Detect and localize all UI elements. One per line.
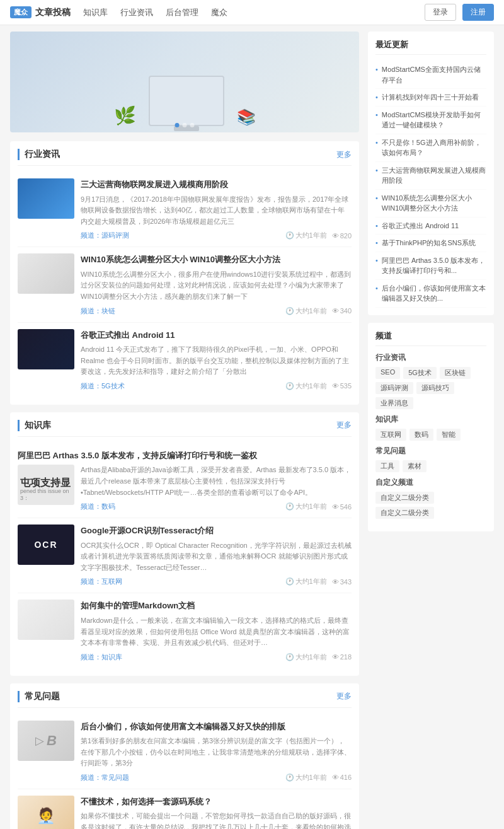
channel-tag-seo[interactable]: SEO xyxy=(375,367,400,379)
knowledge-title-3[interactable]: 如何集中的管理Markdown文档 xyxy=(81,600,352,612)
industry-news-more[interactable]: 更多 xyxy=(336,149,352,160)
knowledge-time-2: 🕐 大约1年前 xyxy=(285,577,327,586)
faq-title-2[interactable]: 不懂技术，如何选择一套源码系统？ xyxy=(81,796,352,808)
recent-item-6[interactable]: •WIN10系统怎么调整分区大小 WIN10调整分区大小方法 xyxy=(375,190,486,217)
article-desc-3: Android 11 今天正式发布了，推下了我期待很久的Pixel手机，一加、小… xyxy=(81,344,352,378)
channel-tag-skills[interactable]: 源码技巧 xyxy=(416,382,454,394)
knowledge-featured-tag[interactable]: 频道：数码 xyxy=(81,502,115,511)
knowledge-featured-views: 👁 546 xyxy=(332,502,352,511)
faq-title-1[interactable]: 后台小偷们，你该如何使用富文本编辑器又好又快的排版 xyxy=(81,721,352,733)
sidebar: 最近更新 •ModStartCMS全面支持国内云储存平台 •计算机找到对年四十三… xyxy=(368,32,494,829)
nav-item-admin[interactable]: 后台管理 xyxy=(166,7,198,18)
channel-industry: 行业资讯 SEO 5G技术 区块链 源码评测 源码技巧 业界消息 xyxy=(375,352,486,409)
channel-tag-custom1[interactable]: 自定义二级分类 xyxy=(375,492,434,504)
recent-item-1[interactable]: •ModStartCMS全面支持国内云储存平台 xyxy=(375,61,486,89)
knowledge-featured-thumb: 屯项支持显 pened this issue on 3： xyxy=(18,465,74,505)
bullet-7: • xyxy=(375,221,378,231)
article-body-2: WIN10系统怎么调整分区大小 WIN10调整分区大小方法 WIN10系统怎么调… xyxy=(81,253,352,315)
recent-item-9[interactable]: •阿里巴巴 Arthas 3.5.0 版本发布，支持反编译打印行号和... xyxy=(375,252,486,280)
recent-item-8[interactable]: •基于ThinkPHP的知名SNS系统 xyxy=(375,235,486,252)
login-button[interactable]: 登录 xyxy=(425,4,456,21)
channel-custom: 自定义频道 自定义二级分类 自定义二级分类 xyxy=(375,477,486,519)
knowledge-featured-title[interactable]: 阿里巴巴 Arthas 3.5.0 版本发布，支持反编译打印行号和统一鉴权 xyxy=(18,449,352,462)
knowledge-views-3: 👁 218 xyxy=(332,652,352,662)
industry-news-header: 行业资讯 更多 xyxy=(18,149,352,166)
article-body-1: 三大运营商物联网发展进入规模商用阶段 9月17日消息，《2017-2018年中国… xyxy=(81,178,352,240)
article-tag-2[interactable]: 频道：块链 xyxy=(81,306,115,316)
nav-item-knowledge[interactable]: 知识库 xyxy=(83,7,108,18)
monitor-icon xyxy=(149,76,224,126)
meta-info-3: 🕐 大约1年前 👁 535 xyxy=(285,381,352,391)
knowledge-featured-metainfo: 🕐 大约1年前 👁 546 xyxy=(285,502,352,511)
bullet-5: • xyxy=(375,165,378,186)
channel-tag-review[interactable]: 源码评测 xyxy=(375,382,413,394)
bullet-1: • xyxy=(375,64,378,85)
article-thumb-2 xyxy=(18,253,74,294)
register-button[interactable]: 注册 xyxy=(462,4,494,21)
channel-tag-custom2[interactable]: 自定义二级分类 xyxy=(375,507,434,519)
channel-industry-name: 行业资讯 xyxy=(375,352,486,363)
banner-image: 🌿 📚 xyxy=(10,32,359,132)
nav-item-industry[interactable]: 行业资讯 xyxy=(120,7,153,18)
knowledge-title: 知识库 xyxy=(18,420,51,431)
knowledge-meta-3: 频道：知识库 🕐 大约1年前 👁 218 xyxy=(81,652,352,662)
channel-tag-ai[interactable]: 智能 xyxy=(437,429,461,441)
knowledge-desc-3: Markdown是什么，一般来说，在富文本编辑输入一段文本，选择格式的格式后，最… xyxy=(81,615,352,649)
dot-1[interactable] xyxy=(175,123,180,127)
article-title-3[interactable]: 谷歌正式推出 Android 11 xyxy=(81,329,352,342)
knowledge-body-2: Google开源OCR识别Tesseract介绍 OCR其实什么OCR，即 Op… xyxy=(81,525,352,586)
nav-item-mozong[interactable]: 魔众 xyxy=(211,7,227,18)
article-views-3: 👁 535 xyxy=(332,381,352,391)
header-right: 登录 注册 xyxy=(425,4,494,21)
knowledge-views-2: 👁 343 xyxy=(332,577,352,586)
recent-item-5[interactable]: •三大运营商物联网发展进入规模商用阶段 xyxy=(375,162,486,190)
article-thumb-1 xyxy=(18,178,74,219)
recent-item-4[interactable]: •不只是你！5G进入商用补前阶，该如何布局？ xyxy=(375,134,486,162)
knowledge-featured: 阿里巴巴 Arthas 3.5.0 版本发布，支持反编译打印行号和统一鉴权 屯项… xyxy=(18,443,352,518)
faq-more[interactable]: 更多 xyxy=(336,691,352,702)
recent-item-7[interactable]: •谷歌正式推出 Android 11 xyxy=(375,217,486,235)
knowledge-tag-2[interactable]: 频道：互联网 xyxy=(81,577,122,586)
dot-3[interactable] xyxy=(190,123,195,127)
books-icon: 📚 xyxy=(237,108,256,126)
logo-badge: 魔众 xyxy=(10,6,32,18)
faq-title: 常见问题 xyxy=(18,691,60,702)
recent-item-3[interactable]: •ModStartCMS模块开发助手如何通过一键创建模块？ xyxy=(375,107,486,134)
faq-time-1: 🕐 大约1年前 xyxy=(285,773,327,782)
channel-tag-tools[interactable]: 工具 xyxy=(375,460,399,472)
article-tag-1[interactable]: 频道：源码评测 xyxy=(81,231,129,240)
channel-tag-digital[interactable]: 数码 xyxy=(410,429,433,441)
recent-item-10[interactable]: •后台小编们，你该如何使用富文本编辑器又好又快的... xyxy=(375,280,486,308)
channel-faq: 常见问题 工具 素材 xyxy=(375,446,486,472)
main-content: 🌿 📚 行业资讯 更多 三大运营商物联网发展进入规 xyxy=(10,32,359,829)
faq-tag-1[interactable]: 频道：常见问题 xyxy=(81,773,129,782)
knowledge-more[interactable]: 更多 xyxy=(336,420,352,431)
dot-2[interactable] xyxy=(183,123,187,127)
knowledge-tag-3[interactable]: 频道：知识库 xyxy=(81,652,122,662)
bullet-4: • xyxy=(375,137,378,158)
article-time-2: 🕐 大约1年前 xyxy=(285,306,327,316)
faq-section: 常见问题 更多 ▷ B 后台小偷们，你该如何使用富文本编辑器又好又快的排版 第1… xyxy=(10,683,359,829)
meta-info-1: 🕐 大约1年前 👁 820 xyxy=(285,231,352,240)
logo-text: 文章投稿 xyxy=(35,7,71,18)
faq-body-1: 后台小偷们，你该如何使用富文本编辑器又好又快的排版 第1张看到好多的朋友在问富文… xyxy=(81,721,352,782)
article-title-2[interactable]: WIN10系统怎么调整分区大小 WIN10调整分区大小方法 xyxy=(81,253,352,266)
article-title-1[interactable]: 三大运营商物联网发展进入规模商用阶段 xyxy=(81,178,352,191)
logo[interactable]: 魔众 文章投稿 xyxy=(10,6,71,18)
knowledge-title-2[interactable]: Google开源OCR识别Tesseract介绍 xyxy=(81,525,352,537)
channel-tag-internet[interactable]: 互联网 xyxy=(375,429,406,441)
knowledge-article-2: OCR Google开源OCR识别Tesseract介绍 OCR其实什么OCR，… xyxy=(18,518,352,593)
banner-dots xyxy=(175,123,195,127)
channel-tag-materials[interactable]: 素材 xyxy=(403,460,427,472)
industry-news-title: 行业资讯 xyxy=(18,149,60,160)
article-tag-3[interactable]: 频道：5G技术 xyxy=(81,381,125,391)
bullet-3: • xyxy=(375,110,378,130)
channel-custom-tags: 自定义二级分类 自定义二级分类 xyxy=(375,492,486,519)
channel-tag-5g[interactable]: 5G技术 xyxy=(403,367,437,379)
channel-tag-industry-news[interactable]: 业界消息 xyxy=(375,397,413,409)
bullet-8: • xyxy=(375,238,378,248)
recent-item-2[interactable]: •计算机找到对年四十三十开始看 xyxy=(375,89,486,107)
knowledge-body-3: 如何集中的管理Markdown文档 Markdown是什么，一般来说，在富文本编… xyxy=(81,600,352,661)
channel-tag-blockchain[interactable]: 区块链 xyxy=(440,367,471,379)
channel-custom-name: 自定义频道 xyxy=(375,477,486,488)
